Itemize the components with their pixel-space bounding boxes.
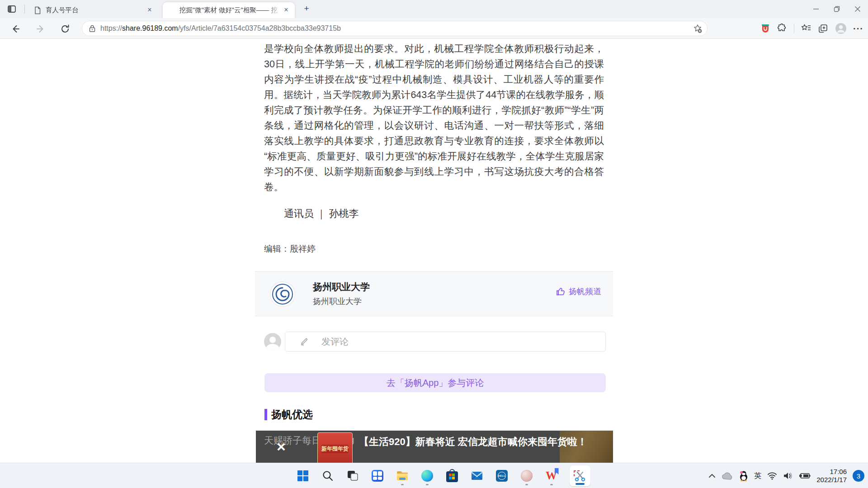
close-window-button[interactable] [847,0,868,18]
folder-icon [396,470,409,482]
volume-icon[interactable] [783,472,793,480]
windows-logo-icon [297,470,308,481]
ad-headline[interactable]: 【生活920】新春将近 宏信龙超市喊你来囤年货啦！ [359,435,587,449]
close-ad-icon[interactable]: × [277,439,286,454]
settings-more-icon[interactable]: ··· [853,23,863,34]
edge-icon [421,470,433,482]
comment-input[interactable]: 发评论 [285,332,606,352]
refresh-icon[interactable] [60,23,71,34]
tab-divider [24,5,25,14]
collections-icon[interactable] [818,23,829,34]
qq-penguin-icon[interactable] [739,470,748,481]
user-avatar-icon [264,333,281,350]
extensions-puzzle-icon[interactable] [777,23,788,34]
snipping-tool-icon [574,469,586,482]
running-indicator [550,484,553,485]
task-view-icon [347,470,359,482]
user-pinned-app-button[interactable] [520,465,533,486]
ad-thumbnail[interactable]: 新年囤年货 [317,432,353,463]
favorites-hub-icon[interactable] [801,23,811,33]
widgets-icon [372,470,383,482]
article-body-text: 是学校向全体教师提出的要求。对此，机械工程学院全体教师积极行动起来，30日，线上… [264,41,604,195]
start-button[interactable] [296,465,310,486]
onedrive-cloud-icon[interactable] [722,472,733,480]
thumb-up-icon [556,286,566,296]
microsoft-store-button[interactable] [445,465,459,486]
search-icon [322,470,334,482]
browser-toolbar: https://share.96189.com/yfs/Article/7a63… [0,18,868,39]
running-indicator [525,484,528,485]
search-button[interactable] [321,465,335,486]
close-tab-icon[interactable]: × [146,6,154,14]
yangfan-favicon-icon [167,6,175,14]
section-accent-bar [264,409,267,420]
lock-icon[interactable] [89,24,96,33]
pencil-icon [300,337,309,346]
comment-placeholder: 发评论 [321,336,349,348]
snipping-tool-button-active[interactable] [570,465,590,486]
comment-row: 发评论 [255,332,613,352]
system-tray: 英 17:06 2022/1/17 3 [708,463,864,488]
channel-link[interactable]: 扬帆频道 [556,286,601,297]
toolbar-right-icons: ··· [760,21,863,36]
hidden-icons-chevron-icon[interactable] [708,474,716,478]
article-correspondent: 通讯员 ｜ 孙桃李 [284,207,359,221]
tab-article-active[interactable]: 挖掘"微"素材 做好"云"相聚—— 挖 × [163,2,295,18]
adblock-shield-extension-icon[interactable] [760,23,770,34]
promo-banner[interactable]: 天赐骄子每日 g × 新年囤年货 【生活920】新春将近 宏信龙超市喊你来囤年货… [256,431,613,463]
university-logo-icon [270,282,295,306]
tab-title: 育人号平台 [46,6,146,14]
article-editor: 编辑：殷祥婷 [264,243,316,255]
tab-yurenhao[interactable]: 育人号平台 × [29,2,158,18]
web-page: 是学校向全体教师提出的要求。对此，机械工程学院全体教师积极行动起来，30日，线上… [0,39,868,463]
publisher-name: 扬州职业大学 [313,281,370,293]
toolbar-divider [794,24,794,33]
forward-icon[interactable] [35,23,46,34]
tab-actions-menu-icon[interactable] [6,4,17,14]
new-tab-button[interactable]: + [301,4,312,14]
active-app-indicator [576,483,585,485]
edge-browser-button[interactable] [420,465,434,486]
store-bag-icon [446,471,458,482]
mail-envelope-icon [471,471,483,481]
section-header: 扬帆优选 [264,408,313,422]
profile-avatar-icon[interactable] [835,23,847,34]
battery-charging-icon[interactable] [799,472,811,480]
close-tab-icon[interactable]: × [282,6,290,14]
taskbar-clock[interactable]: 17:06 2022/1/17 [816,468,847,484]
address-bar[interactable]: https://share.96189.com/yfs/Article/7a63… [82,21,708,36]
widgets-button[interactable] [371,465,384,486]
task-view-button[interactable] [346,465,359,486]
url-text: https://share.96189.com/yfs/Article/7a63… [100,24,693,33]
document-icon [33,6,42,14]
tab-title: 挖掘"微"素材 做好"云"相聚—— 挖 [179,6,282,14]
notification-count-badge[interactable]: 3 [853,470,864,482]
publisher-subtitle: 扬州职业大学 [313,296,362,307]
ad-thumb-label: 新年囤年货 [321,445,349,453]
browser-tab-bar: 育人号平台 × 挖掘"微"素材 做好"云"相聚—— 挖 × + [0,0,868,18]
back-icon[interactable] [10,23,21,34]
minimize-button[interactable] [806,0,826,18]
file-explorer-button[interactable] [396,465,409,486]
mail-button[interactable] [470,465,484,486]
open-app-comment-button[interactable]: 去「扬帆App」参与评论 [264,373,606,392]
channel-link-label: 扬帆频道 [569,286,601,297]
article-content-column: 是学校向全体教师提出的要求。对此，机械工程学院全体教师积极行动起来，30日，线上… [255,39,613,463]
ime-language-indicator[interactable]: 英 [754,471,761,481]
running-indicator [401,484,404,485]
add-favorite-star-icon[interactable] [693,23,703,33]
wps-icon: W [545,469,558,482]
dell-icon: DELL [496,470,508,482]
publisher-card: 扬州职业大学 扬州职业大学 扬帆频道 [255,271,613,316]
contact-avatar-icon [521,470,533,482]
wifi-icon[interactable] [767,472,777,480]
restore-button[interactable] [826,0,847,18]
time-text: 17:06 [816,468,847,476]
window-controls [806,0,868,18]
date-text: 2022/1/17 [816,476,847,484]
dell-app-button[interactable]: DELL [495,465,509,486]
list-item-title-fragment: 天赐骄子每日 [264,434,321,447]
wps-office-button[interactable]: W [545,465,558,486]
section-title: 扬帆优选 [271,408,313,422]
running-indicator [426,484,429,485]
